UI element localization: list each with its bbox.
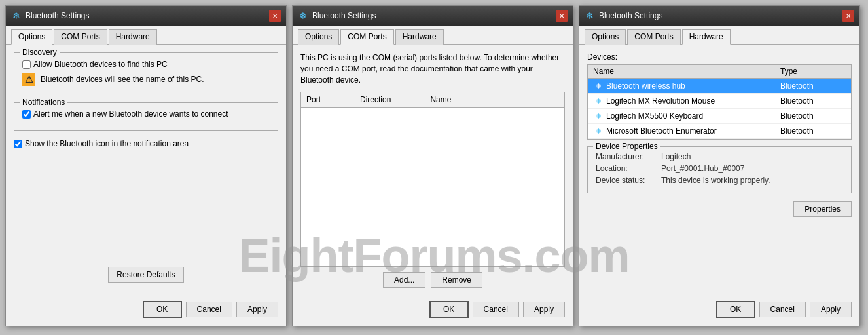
apply-button-2[interactable]: Apply [523,302,565,317]
show-icon-row: Show the Bluetooth icon in the notificat… [14,139,278,148]
alert-label: Alert me when a new Bluetooth device wan… [33,109,228,119]
location-label: Location: [596,164,661,173]
discovery-group: Discovery Allow Bluetooth devices to fin… [14,52,278,94]
device-type-2: Bluetooth [780,111,846,121]
title-label-2: Bluetooth Settings [312,11,376,20]
device-row-0[interactable]: ❄ Bluetooth wireless hub Bluetooth [588,79,851,94]
tab-hardware-1[interactable]: Hardware [109,29,157,45]
com-table-body [301,108,564,266]
col-type-header-3: Type [780,67,846,76]
tab-comports-1[interactable]: COM Ports [54,29,107,45]
tab-hardware-2[interactable]: Hardware [395,29,444,45]
status-value: This device is working properly. [661,176,843,185]
status-label: Device status: [596,176,661,185]
warning-row: ⚠ Bluetooth devices will see the name of… [22,73,270,86]
dialog3-footer: OK Cancel Apply [579,296,859,326]
title-bar-1: ❄ Bluetooth Settings ✕ [6,6,286,26]
col-name-header: Name [430,95,451,104]
ok-button-3[interactable]: OK [716,301,755,318]
title-bar-2: ❄ Bluetooth Settings ✕ [293,6,573,26]
alert-checkbox-row: Alert me when a new Bluetooth device wan… [22,109,270,119]
warning-text: Bluetooth devices will see the name of t… [41,75,204,84]
device-icon-1: ❄ [593,96,604,106]
location-value: Port_#0001.Hub_#0007 [661,164,843,173]
device-name-3: Microsoft Bluetooth Enumerator [606,127,780,136]
manufacturer-value: Logitech [661,152,843,161]
location-row: Location: Port_#0001.Hub_#0007 [596,164,843,173]
device-props-title: Device Properties [593,142,660,151]
device-name-2: Logitech MX5500 Keyboard [606,111,780,121]
device-icon-2: ❄ [593,111,604,121]
status-row: Device status: This device is working pr… [596,176,843,185]
close-button-1[interactable]: ✕ [269,10,281,22]
device-icon-3: ❄ [593,126,604,136]
ok-button-1[interactable]: OK [143,301,182,318]
remove-button[interactable]: Remove [431,272,482,288]
restore-footer: Restore Defaults [14,267,278,283]
apply-button-3[interactable]: Apply [810,302,852,317]
device-type-1: Bluetooth [780,96,846,106]
close-button-3[interactable]: ✕ [842,10,854,22]
com-info-text: This PC is using the COM (serial) ports … [300,52,565,85]
show-icon-checkbox[interactable] [14,140,22,148]
ok-button-2[interactable]: OK [429,301,469,318]
com-table: Port Direction Name [300,92,565,267]
device-props-box: Device Properties Manufacturer: Logitech… [587,146,852,193]
tab-comports-3[interactable]: COM Ports [627,29,680,45]
dialog-comports: ❄ Bluetooth Settings ✕ Options COM Ports… [292,5,573,326]
tabs-1: Options COM Ports Hardware [6,26,286,45]
bluetooth-icon-1: ❄ [11,10,22,21]
tab-comports-2[interactable]: COM Ports [340,29,393,45]
bluetooth-icon-3: ❄ [585,10,595,21]
alert-checkbox[interactable] [22,110,31,119]
title-label-1: Bluetooth Settings [26,11,89,20]
allow-bluetooth-checkbox[interactable] [22,60,31,69]
close-button-2[interactable]: ✕ [556,10,568,22]
bluetooth-icon-2: ❄ [298,10,308,21]
device-row-2[interactable]: ❄ Logitech MX5500 Keyboard Bluetooth [588,109,851,124]
devices-table: Name Type ❄ Bluetooth wireless hub Bluet… [587,64,852,140]
dialog-options: ❄ Bluetooth Settings ✕ Options COM Ports… [5,5,287,326]
tab-options-3[interactable]: Options [585,29,626,45]
devices-table-header: Name Type [588,65,851,79]
dialog1-footer: OK Cancel Apply [6,296,286,326]
notifications-title: Notifications [20,98,67,107]
add-button[interactable]: Add... [383,272,425,288]
tab-options-2[interactable]: Options [298,29,339,45]
tab-hardware-3[interactable]: Hardware [682,29,731,45]
dialog2-footer: OK Cancel Apply [293,296,573,326]
cancel-button-2[interactable]: Cancel [473,302,519,317]
discovery-title: Discovery [20,48,60,57]
show-icon-label: Show the Bluetooth icon in the notificat… [25,139,189,148]
dialog-hardware: ❄ Bluetooth Settings ✕ Options COM Ports… [579,5,860,326]
title-bar-3: ❄ Bluetooth Settings ✕ [579,6,859,26]
apply-button-1[interactable]: Apply [236,302,278,317]
dialog1-body: Discovery Allow Bluetooth devices to fin… [6,45,286,296]
cancel-button-1[interactable]: Cancel [186,302,232,317]
device-type-0: Bluetooth [780,81,846,90]
tab-options-1[interactable]: Options [11,29,52,45]
manufacturer-row: Manufacturer: Logitech [596,152,843,161]
com-footer-btns: Add... Remove [300,272,565,288]
manufacturer-label: Manufacturer: [596,152,661,161]
device-row-1[interactable]: ❄ Logitech MX Revolution Mouse Bluetooth [588,94,851,109]
device-name-1: Logitech MX Revolution Mouse [606,96,780,106]
restore-defaults-button[interactable]: Restore Defaults [108,267,183,283]
title-label-3: Bluetooth Settings [599,11,662,20]
allow-bluetooth-label: Allow Bluetooth devices to find this PC [33,60,168,69]
device-icon-0: ❄ [593,81,604,91]
device-name-0: Bluetooth wireless hub [606,81,780,90]
col-name-header-3: Name [593,67,780,76]
col-direction-header: Direction [360,95,391,104]
devices-label: Devices: [587,52,852,62]
properties-footer: Properties [587,201,852,217]
tabs-2: Options COM Ports Hardware [293,26,573,45]
warning-icon: ⚠ [22,73,35,86]
properties-button[interactable]: Properties [793,201,852,217]
col-port-header: Port [306,95,321,104]
device-type-3: Bluetooth [780,127,846,136]
allow-bluetooth-row: Allow Bluetooth devices to find this PC [22,60,270,69]
cancel-button-3[interactable]: Cancel [759,302,806,317]
device-row-3[interactable]: ❄ Microsoft Bluetooth Enumerator Bluetoo… [588,124,851,139]
dialog3-body: Devices: Name Type ❄ Bluetooth wireless … [579,45,859,296]
